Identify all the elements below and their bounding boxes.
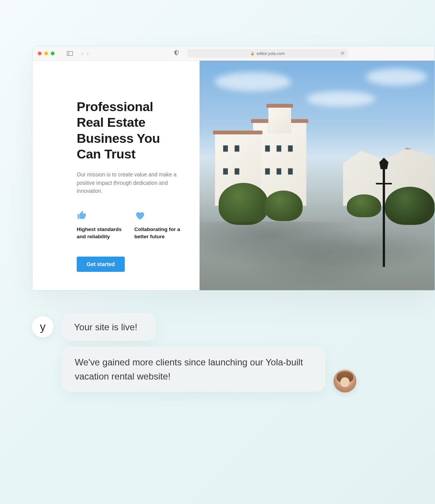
sidebar-toggle-icon[interactable] (67, 51, 73, 56)
yola-logo-letter: y (40, 320, 46, 333)
villa-photo (200, 61, 435, 290)
maximize-window-icon[interactable] (51, 52, 55, 55)
thumb-up-icon (77, 210, 87, 221)
yola-avatar: y (32, 316, 53, 338)
forward-button[interactable]: › (87, 50, 89, 57)
user-avatar (334, 370, 356, 393)
get-started-button[interactable]: Get started (77, 257, 125, 272)
heart-icon (134, 210, 145, 221)
lock-icon: 🔒 (250, 52, 255, 55)
browser-chrome: ‹ › 🔒 editor.yola.com ⟳ (32, 46, 435, 61)
feature-collaboration: Collaborating for a better future (134, 210, 180, 241)
mission-text: Our mission is to create value and make … (77, 171, 180, 195)
chat-bubble-user: We've gained more clients since launchin… (62, 347, 325, 392)
close-window-icon[interactable] (38, 52, 42, 55)
chat-bubble-system: Your site is live! (62, 313, 156, 341)
feature-label: Highest standards and reliability (77, 226, 123, 241)
bubble-text: We've gained more clients since launchin… (75, 357, 303, 381)
feature-row: Highest standards and reliability Collab… (77, 210, 180, 241)
url-text: editor.yola.com (257, 51, 285, 56)
hero-text-column: Professional Real Estate Business You Ca… (32, 61, 200, 290)
window-controls (38, 52, 55, 55)
page-headline: Professional Real Estate Business You Ca… (77, 99, 180, 162)
browser-window: ‹ › 🔒 editor.yola.com ⟳ Professional Rea… (32, 46, 435, 291)
feature-label: Collaborating for a better future (134, 226, 180, 241)
reload-icon[interactable]: ⟳ (341, 51, 345, 56)
feature-standards: Highest standards and reliability (77, 210, 123, 241)
hero-image (200, 61, 435, 290)
svg-rect-0 (67, 51, 73, 55)
page-content: Professional Real Estate Business You Ca… (32, 61, 435, 290)
minimize-window-icon[interactable] (44, 52, 48, 55)
nav-arrows: ‹ › (81, 50, 89, 57)
bubble-text: Your site is live! (74, 322, 137, 332)
back-button[interactable]: ‹ (81, 50, 83, 57)
privacy-shield-icon[interactable] (174, 50, 179, 57)
url-bar[interactable]: 🔒 editor.yola.com ⟳ (187, 49, 348, 58)
